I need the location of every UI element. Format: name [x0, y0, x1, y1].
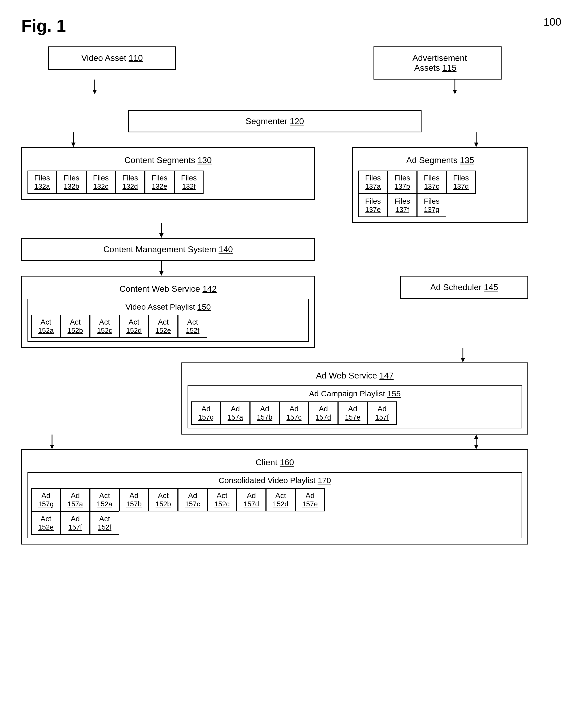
- file-137e: Files137e: [358, 194, 387, 217]
- arrow-adscheduler-to-adws: [459, 348, 467, 363]
- video-asset-box: Video Asset 110: [48, 46, 176, 70]
- ad-segments-box: Ad Segments 135 Files137a Files137b File…: [352, 147, 528, 223]
- file-132a: Files132a: [27, 170, 57, 194]
- con-ad-157g: Ad157g: [31, 488, 61, 511]
- ad-157a: Ad157a: [220, 401, 250, 425]
- svg-marker-9: [159, 233, 164, 238]
- file-132e: Files132e: [145, 170, 174, 194]
- segmenter-box: Segmenter 120: [128, 110, 422, 132]
- file-137g: Files137g: [417, 194, 446, 217]
- arrow-seg-to-content: [69, 132, 77, 147]
- svg-marker-5: [71, 143, 76, 147]
- consolidated-row-2: Act152e Ad157f Act152f: [31, 511, 518, 535]
- arrow-cws-to-client: [48, 435, 56, 449]
- ad-assets-label: AdvertisementAssets 115: [408, 51, 467, 75]
- ad-scheduler-box: Ad Scheduler 145: [400, 276, 528, 299]
- ad-web-service-box: Ad Web Service 147 Ad Campaign Playlist …: [182, 363, 528, 435]
- content-web-service-box: Content Web Service 142 Video Asset Play…: [21, 276, 315, 348]
- con-act-152b: Act152b: [149, 488, 178, 511]
- ad-157e: Ad157e: [338, 401, 368, 425]
- con-ad-157c: Ad157c: [178, 488, 207, 511]
- video-asset-playlist-box: Video Asset Playlist 150 Act152a Act152b…: [27, 299, 309, 342]
- arrow-cms-to-cws: [158, 261, 165, 276]
- adws-label: Ad Web Service 147: [188, 369, 522, 383]
- con-act-152f: Act152f: [90, 511, 119, 535]
- con-act-152c: Act152c: [207, 488, 237, 511]
- con-ad-157b: Ad157b: [119, 488, 149, 511]
- act-152c: Act152c: [90, 315, 119, 338]
- arrow-ad-to-segmenter: [451, 80, 459, 94]
- vap-label: Video Asset Playlist 150: [31, 303, 305, 311]
- ad-files-row-2: Files137e Files137f Files137g: [358, 194, 522, 217]
- cms-label: Content Management System 140: [99, 242, 237, 256]
- con-act-152d: Act152d: [266, 488, 295, 511]
- ad-157c: Ad157c: [279, 401, 309, 425]
- arrow-seg-to-ad: [472, 132, 480, 147]
- svg-marker-16: [474, 435, 478, 439]
- arrow-video-to-segmenter: [91, 80, 99, 94]
- arrow-content-to-cms: [158, 223, 165, 238]
- ad-assets-box: AdvertisementAssets 115: [374, 46, 502, 80]
- con-ad-157d: Ad157d: [237, 488, 266, 511]
- file-137f: Files137f: [387, 194, 417, 217]
- svg-marker-15: [50, 445, 54, 449]
- file-132d: Files132d: [115, 170, 145, 194]
- arrow-adws-to-client: [472, 435, 480, 449]
- segmenter-label: Segmenter 120: [241, 114, 309, 128]
- svg-marker-1: [92, 90, 97, 94]
- ad-157d: Ad157d: [309, 401, 338, 425]
- svg-marker-13: [461, 358, 465, 363]
- con-ad-157a: Ad157a: [61, 488, 90, 511]
- ad-scheduler-label: Ad Scheduler 145: [426, 280, 502, 294]
- file-137d: Files137d: [446, 170, 476, 194]
- client-box: Client 160 Consolidated Video Playlist 1…: [21, 449, 528, 544]
- content-segments-label: Content Segments 130: [27, 153, 309, 167]
- ad-campaign-row: Ad157g Ad157a Ad157b Ad157c Ad157d Ad157…: [191, 401, 518, 425]
- content-files-row: Files132a Files132b Files132c Files132d …: [27, 170, 309, 194]
- ad-157b: Ad157b: [250, 401, 279, 425]
- file-137b: Files137b: [387, 170, 417, 194]
- file-132f: Files132f: [174, 170, 204, 194]
- acp-label: Ad Campaign Playlist 155: [191, 389, 518, 398]
- act-152f: Act152f: [178, 315, 207, 338]
- file-132c: Files132c: [86, 170, 115, 194]
- content-segments-box: Content Segments 130 Files132a Files132b…: [21, 147, 315, 200]
- ad-segments-label: Ad Segments 135: [358, 153, 522, 167]
- con-ad-157f: Ad157f: [61, 511, 90, 535]
- client-label: Client 160: [27, 455, 522, 470]
- con-ad-157e: Ad157e: [295, 488, 325, 511]
- consolidated-playlist-box: Consolidated Video Playlist 170 Ad157g A…: [27, 472, 522, 538]
- file-137c: Files137c: [417, 170, 446, 194]
- svg-marker-7: [474, 143, 478, 147]
- figure-number: 100: [543, 16, 561, 28]
- con-act-152a: Act152a: [90, 488, 119, 511]
- ad-157f: Ad157f: [368, 401, 397, 425]
- act-files-row: Act152a Act152b Act152c Act152d Act152e …: [31, 315, 305, 338]
- file-137a: Files137a: [358, 170, 387, 194]
- act-152e: Act152e: [149, 315, 178, 338]
- svg-marker-3: [453, 90, 457, 94]
- ad-campaign-playlist-box: Ad Campaign Playlist 155 Ad157g Ad157a A…: [188, 386, 522, 428]
- svg-marker-18: [474, 445, 478, 449]
- con-act-152e: Act152e: [31, 511, 61, 535]
- cvp-label: Consolidated Video Playlist 170: [31, 476, 518, 485]
- cms-box: Content Management System 140: [21, 238, 315, 261]
- act-152a: Act152a: [31, 315, 61, 338]
- act-152b: Act152b: [61, 315, 90, 338]
- ad-files-row-1: Files137a Files137b Files137c Files137d: [358, 170, 522, 194]
- cws-label: Content Web Service 142: [27, 282, 309, 296]
- act-152d: Act152d: [119, 315, 149, 338]
- file-132b: Files132b: [57, 170, 86, 194]
- consolidated-row-1: Ad157g Ad157a Act152a Ad157b Act152b Ad1…: [31, 488, 518, 511]
- figure-label: Fig. 1: [21, 16, 567, 36]
- ad-157g: Ad157g: [191, 401, 220, 425]
- svg-marker-11: [159, 271, 164, 276]
- video-asset-label: Video Asset 110: [77, 51, 147, 65]
